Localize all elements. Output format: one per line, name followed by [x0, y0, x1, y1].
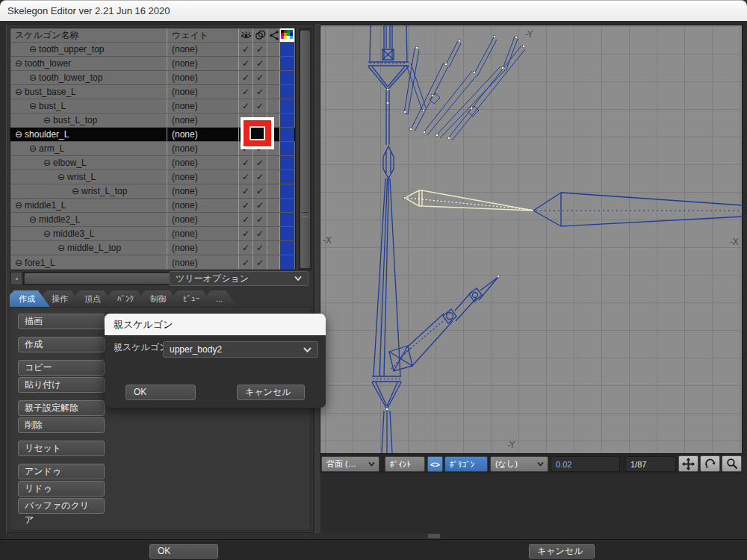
collapse-icon[interactable]: ⊖ [15, 258, 22, 268]
visibility-checkbox[interactable]: ✓ [239, 213, 253, 226]
panel-resize-strip[interactable] [6, 533, 441, 539]
column-header-weight[interactable]: ウェイト [167, 28, 239, 42]
clone-checkbox[interactable]: ✓ [253, 71, 267, 84]
tree-horizontal-scroll-button[interactable] [10, 272, 22, 285]
bone-color-swatch[interactable] [280, 227, 294, 240]
collapse-icon[interactable]: ⊖ [58, 243, 65, 253]
visibility-checkbox[interactable]: ✓ [239, 156, 253, 169]
visibility-checkbox[interactable]: ✓ [239, 57, 253, 70]
tree-horizontal-scrollbar[interactable] [23, 272, 171, 285]
zoom-tool-button[interactable] [722, 455, 742, 472]
table-row[interactable]: ⊖middle3_L(none)✓✓ [10, 227, 295, 241]
bone-color-swatch[interactable] [280, 156, 294, 169]
tree-vertical-scrollbar-thumb[interactable] [300, 31, 310, 268]
selection-counter-field[interactable]: 1/87 [625, 456, 676, 472]
bone-color-swatch[interactable] [280, 71, 294, 84]
rotate-tool-button[interactable] [700, 455, 720, 472]
share-checkbox[interactable] [267, 99, 280, 113]
polygon-mode-button[interactable]: ﾎﾟﾘｺﾞﾝ [444, 456, 488, 472]
visibility-checkbox[interactable]: ✓ [239, 99, 253, 113]
table-row[interactable]: ⊖middle2_L(none)✓✓ [10, 213, 295, 227]
clone-checkbox[interactable]: ✓ [253, 213, 267, 226]
bone-color-swatch[interactable] [280, 85, 294, 99]
point-mode-button[interactable]: ﾎﾟｲﾝﾄ [385, 456, 425, 472]
clone-checkbox[interactable]: ✓ [253, 57, 267, 70]
visibility-eye-icon[interactable] [239, 28, 253, 42]
tab-7[interactable]: ... [207, 290, 238, 307]
collapse-icon[interactable]: ⊖ [29, 101, 37, 111]
visibility-checkbox[interactable]: ✓ [239, 255, 253, 270]
share-checkbox[interactable] [267, 255, 280, 270]
share-checkbox[interactable] [267, 71, 280, 84]
share-checkbox[interactable] [267, 156, 280, 169]
share-checkbox[interactable] [267, 170, 280, 184]
parent-skelegon-dropdown[interactable]: upper_body2 [163, 341, 318, 358]
bone-color-swatch[interactable] [280, 241, 294, 255]
table-row[interactable]: ⊖fore1_L(none)✓✓ [10, 255, 295, 270]
visibility-checkbox[interactable]: ✓ [239, 241, 253, 255]
color-palette-icon[interactable] [280, 28, 294, 42]
share-angle-icon[interactable] [267, 28, 280, 42]
clone-checkbox[interactable]: ✓ [253, 241, 267, 255]
bone-color-swatch[interactable] [280, 43, 294, 56]
tool-button[interactable]: バッファのクリア [18, 498, 105, 514]
tool-button[interactable]: リドゥ [18, 481, 105, 497]
table-row[interactable]: ⊖middle1_L(none)✓✓ [10, 199, 295, 213]
visibility-checkbox[interactable]: ✓ [239, 71, 253, 84]
table-row[interactable]: ⊖elbow_L(none)✓✓ [10, 156, 295, 170]
clone-checkbox[interactable]: ✓ [253, 199, 267, 212]
clone-checkbox[interactable]: ✓ [253, 184, 267, 198]
share-checkbox[interactable] [267, 241, 280, 255]
collapse-icon[interactable]: ⊖ [29, 143, 37, 154]
collapse-icon[interactable]: ⊖ [15, 87, 22, 97]
bone-color-swatch[interactable] [280, 255, 294, 270]
clone-checkbox[interactable]: ✓ [253, 170, 267, 184]
column-header-name[interactable]: スケルゴン名称 [10, 28, 167, 42]
table-row[interactable]: ⊖bust_base_L(none)✓✓ [10, 85, 295, 99]
collapse-icon[interactable]: ⊖ [58, 172, 65, 182]
table-row[interactable]: ⊖middle_L_top(none)✓✓ [10, 241, 295, 255]
tool-button[interactable]: 親子設定解除 [18, 400, 105, 416]
collapse-icon[interactable]: ⊖ [15, 129, 22, 140]
selection-mode-dropdown[interactable]: (なし) [490, 456, 548, 472]
clone-circles-icon[interactable] [253, 28, 267, 42]
bone-color-swatch[interactable] [280, 99, 294, 113]
share-checkbox[interactable] [267, 213, 280, 226]
share-checkbox[interactable] [267, 184, 280, 198]
3d-viewport[interactable]: -Y -X -X -Y [320, 25, 743, 454]
collapse-icon[interactable]: ⊖ [72, 186, 79, 196]
visibility-checkbox[interactable]: ✓ [239, 85, 253, 99]
visibility-checkbox[interactable]: ✓ [239, 199, 253, 212]
table-row[interactable]: ⊖tooth_upper_top(none)✓✓ [10, 43, 295, 57]
tree-vertical-scrollbar[interactable] [299, 28, 311, 270]
table-row[interactable]: ⊖bust_L(none)✓✓ [10, 99, 295, 113]
tool-button[interactable]: 作成 [18, 337, 105, 352]
bone-color-swatch[interactable] [280, 184, 294, 198]
dialog-ok-button[interactable]: OK [125, 385, 196, 400]
visibility-checkbox[interactable]: ✓ [239, 43, 253, 56]
share-checkbox[interactable] [267, 85, 280, 99]
clone-checkbox[interactable]: ✓ [253, 255, 267, 270]
tool-button[interactable]: 描画 [18, 314, 105, 329]
table-row[interactable]: ⊖tooth_lower_top(none)✓✓ [10, 71, 295, 85]
table-row[interactable]: ⊖wrist_L_top(none)✓✓ [10, 184, 295, 199]
visibility-checkbox[interactable]: ✓ [239, 170, 253, 184]
tool-button[interactable]: 削除 [18, 417, 105, 433]
clone-checkbox[interactable]: ✓ [253, 156, 267, 169]
collapse-icon[interactable]: ⊖ [43, 158, 51, 168]
collapse-icon[interactable]: ⊖ [29, 72, 37, 83]
bone-color-swatch[interactable] [280, 142, 294, 155]
share-checkbox[interactable] [267, 57, 280, 70]
clone-checkbox[interactable]: ✓ [253, 99, 267, 113]
grid-size-field[interactable]: 0.02 [551, 456, 620, 472]
tool-button[interactable]: アンドゥ [18, 464, 105, 479]
bone-color-swatch[interactable] [280, 113, 294, 127]
share-checkbox[interactable] [267, 199, 280, 212]
clone-checkbox[interactable]: ✓ [253, 227, 267, 240]
collapse-icon[interactable]: ⊖ [43, 115, 51, 125]
bone-color-swatch[interactable] [280, 170, 294, 184]
bone-color-swatch[interactable] [280, 57, 294, 70]
view-direction-dropdown[interactable]: 背面 (… [321, 456, 379, 472]
resize-knob[interactable] [428, 534, 440, 538]
collapse-icon[interactable]: ⊖ [15, 58, 22, 69]
